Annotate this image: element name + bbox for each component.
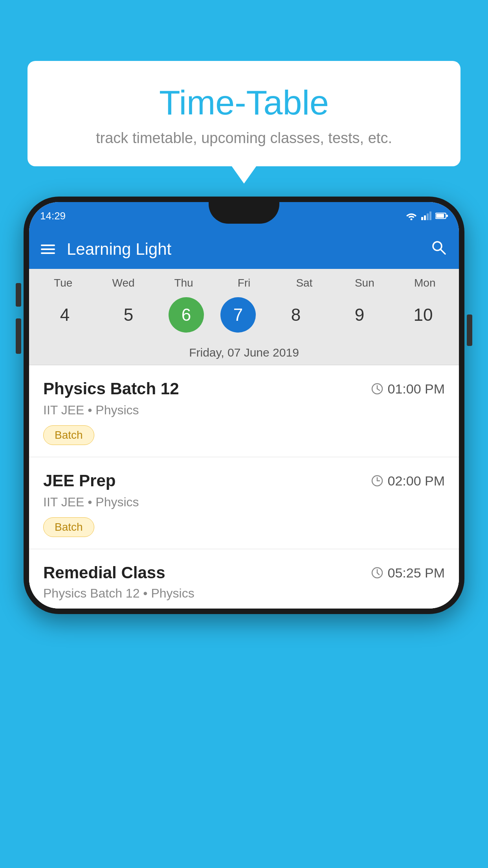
wifi-icon (405, 211, 417, 220)
day-label-mon: Mon (401, 277, 448, 289)
schedule-item-1-time: 02:00 PM (371, 473, 445, 489)
svg-rect-1 (421, 217, 423, 220)
day-label-wed: Wed (100, 277, 147, 289)
day-label-tue: Tue (40, 277, 87, 289)
selected-date-label: Friday, 07 June 2019 (29, 340, 459, 365)
schedule-item-0-name: Physics Batch 12 (43, 379, 179, 398)
calendar-date-8[interactable]: 8 (272, 297, 319, 333)
schedule-item-0-badge: Batch (43, 425, 94, 445)
status-icons (405, 211, 448, 220)
schedule-item-0-sub: IIT JEE • Physics (43, 403, 445, 417)
status-bar: 14:29 (29, 202, 459, 230)
day-label-thu: Thu (160, 277, 207, 289)
clock-icon-1 (371, 474, 383, 487)
svg-rect-3 (427, 213, 429, 220)
power-button (467, 314, 472, 346)
svg-line-12 (377, 389, 380, 390)
schedule-item-1[interactable]: JEE Prep 02:00 PM IIT JEE • Physics Batc… (29, 457, 459, 549)
day-label-sun: Sun (341, 277, 388, 289)
tooltip-title: Time-Table (51, 83, 437, 123)
calendar-date-9[interactable]: 9 (336, 297, 383, 333)
hamburger-menu-button[interactable] (41, 242, 55, 256)
calendar-date-10[interactable]: 10 (400, 297, 447, 333)
svg-rect-6 (436, 214, 444, 218)
phone-screen: 14:29 (29, 202, 459, 609)
schedule-item-1-sub: IIT JEE • Physics (43, 495, 445, 509)
schedule-item-2[interactable]: Remedial Class 05:25 PM Physics Batch 12… (29, 549, 459, 609)
calendar-date-4[interactable]: 4 (41, 297, 88, 333)
schedule-list: Physics Batch 12 01:00 PM IIT JEE • Phys… (29, 365, 459, 609)
day-label-fri: Fri (220, 277, 268, 289)
calendar-date-7-selected[interactable]: 7 (220, 297, 256, 333)
tooltip-card: Time-Table track timetable, upcoming cla… (28, 61, 460, 166)
volume-up-button (16, 283, 21, 307)
tooltip-subtitle: track timetable, upcoming classes, tests… (51, 130, 437, 147)
calendar-dates: 4 5 6 7 8 9 10 (29, 293, 459, 340)
app-bar: Learning Light (29, 230, 459, 269)
schedule-item-1-name: JEE Prep (43, 471, 116, 490)
volume-down-button (16, 318, 21, 354)
phone-mockup: 14:29 (24, 197, 464, 614)
day-label-sat: Sat (281, 277, 328, 289)
clock-icon-0 (371, 383, 383, 395)
phone-notch (209, 202, 279, 224)
schedule-item-1-badge: Batch (43, 517, 94, 537)
signal-icon (421, 211, 431, 220)
calendar-date-6-today[interactable]: 6 (169, 297, 204, 333)
svg-rect-2 (424, 215, 426, 220)
battery-icon (435, 212, 448, 220)
schedule-item-2-name: Remedial Class (43, 563, 165, 582)
svg-line-9 (440, 249, 445, 254)
schedule-item-1-time-text: 02:00 PM (387, 473, 445, 489)
schedule-item-2-sub: Physics Batch 12 • Physics (43, 586, 445, 601)
schedule-item-0-time-text: 01:00 PM (387, 381, 445, 397)
clock-icon-2 (371, 566, 383, 579)
schedule-item-0-time: 01:00 PM (371, 381, 445, 397)
calendar-day-labels: Tue Wed Thu Fri Sat Sun Mon (29, 269, 459, 293)
svg-point-0 (411, 219, 413, 221)
schedule-item-0[interactable]: Physics Batch 12 01:00 PM IIT JEE • Phys… (29, 365, 459, 457)
status-time: 14:29 (40, 210, 66, 222)
svg-rect-7 (446, 215, 448, 217)
svg-line-18 (377, 573, 379, 575)
schedule-item-2-time: 05:25 PM (371, 565, 445, 581)
app-title: Learning Light (67, 240, 418, 259)
search-icon (430, 239, 447, 256)
search-button[interactable] (430, 239, 447, 260)
calendar-date-5[interactable]: 5 (105, 297, 152, 333)
schedule-item-2-time-text: 05:25 PM (387, 565, 445, 581)
svg-rect-4 (429, 211, 431, 220)
